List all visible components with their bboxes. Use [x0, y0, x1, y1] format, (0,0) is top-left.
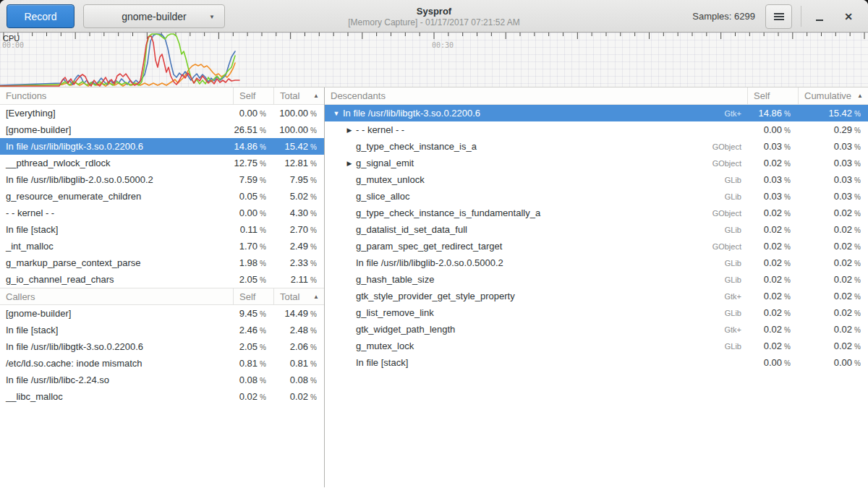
cell-self-percent: 0.02% — [747, 338, 798, 354]
symbol-label: g_io_channel_read_chars — [6, 274, 114, 285]
symbol-label: In file /usr/lib/libglib-2.0.so.0.5000.2 — [356, 257, 503, 268]
sort-ascending-icon: ▲ — [313, 93, 324, 99]
minimize-button[interactable] — [810, 7, 829, 26]
table-row[interactable]: In file /usr/lib/libglib-2.0.so.0.5000.2… — [0, 171, 324, 188]
window-title: Sysprof — [417, 6, 451, 17]
symbol-label: g_mutex_lock — [356, 341, 414, 351]
functions-table-body: [Everything]0.00%100.00%[gnome-builder]2… — [0, 105, 324, 288]
table-row[interactable]: In file /usr/lib/libgtk-3.so.0.2200.614.… — [0, 138, 324, 155]
table-row[interactable]: [gnome-builder]9.45%14.49% — [0, 305, 324, 322]
cell-self-percent: 0.03% — [747, 171, 798, 188]
table-row[interactable]: In file [stack]2.46%2.48% — [0, 322, 324, 338]
callers-table-header: Callers Self Total ▲ — [0, 288, 324, 305]
table-row[interactable]: g_markup_parse_context_parse1.98%2.33% — [0, 254, 324, 271]
descendants-table-body: ▼In file /usr/lib/libgtk-3.so.0.2200.6Gt… — [325, 105, 868, 371]
cell-symbol-name: g_slice_allocGLib — [325, 188, 747, 205]
table-row[interactable]: [gnome-builder]26.51%100.00% — [0, 121, 324, 138]
column-header-descendants[interactable]: Descendants — [325, 87, 747, 104]
table-row[interactable]: gtk_widget_path_lengthGtk+0.02%0.02% — [325, 321, 868, 338]
menu-button[interactable] — [765, 4, 792, 29]
expander-icon[interactable]: ▶ — [344, 160, 355, 167]
table-row[interactable]: g_list_remove_linkGLib0.02%0.02% — [325, 304, 868, 321]
table-row[interactable]: g_slice_allocGLib0.03%0.03% — [325, 188, 868, 205]
column-header-cumulative[interactable]: Cumulative ▲ — [798, 87, 868, 104]
table-row[interactable]: In file [stack]0.11%2.70% — [0, 221, 324, 238]
cell-total-percent: 2.70% — [273, 221, 324, 238]
table-row[interactable]: /etc/ld.so.cache: inode mismatch0.81%0.8… — [0, 355, 324, 372]
column-header-total[interactable]: Total ▲ — [273, 288, 324, 304]
cell-self-percent: 1.70% — [233, 238, 273, 254]
cpu-timeline[interactable]: CPU 00:00 00:30 — [0, 33, 868, 87]
cell-self-percent: 0.02% — [747, 288, 798, 304]
cell-symbol-name: In file [stack] — [325, 354, 747, 371]
table-row[interactable]: g_datalist_id_set_data_fullGLib0.02%0.02… — [325, 221, 868, 238]
cell-symbol-name: gtk_style_provider_get_style_propertyGtk… — [325, 288, 747, 304]
cell-self-percent: 0.02% — [747, 238, 798, 254]
table-row[interactable]: gtk_style_provider_get_style_propertyGtk… — [325, 288, 868, 304]
expander-icon[interactable]: ▼ — [331, 110, 342, 117]
close-button[interactable]: ✕ — [839, 7, 858, 26]
column-header-total[interactable]: Total ▲ — [273, 87, 324, 104]
table-row[interactable]: g_mutex_lockGLib0.02%0.02% — [325, 338, 868, 354]
process-selector-label: gnome-builder — [122, 11, 187, 22]
table-row[interactable]: g_type_check_instance_is_fundamentally_a… — [325, 205, 868, 221]
expander-icon[interactable]: ▶ — [344, 127, 355, 134]
table-row[interactable]: g_hash_table_sizeGLib0.02%0.02% — [325, 271, 868, 288]
symbol-label: g_signal_emit — [356, 158, 414, 168]
cell-symbol-name: g_datalist_id_set_data_fullGLib — [325, 221, 747, 238]
cell-self-percent: 0.05% — [233, 188, 273, 205]
column-header-functions[interactable]: Functions — [0, 87, 233, 104]
column-header-self[interactable]: Self — [747, 87, 798, 104]
cell-symbol-name: In file [stack] — [0, 322, 233, 338]
table-row[interactable]: - - kernel - -0.00%4.30% — [0, 205, 324, 221]
cell-total-percent: 0.02% — [798, 238, 868, 254]
process-selector-dropdown[interactable]: gnome-builder ▼ — [83, 4, 225, 28]
table-row[interactable]: g_param_spec_get_redirect_targetGObject0… — [325, 238, 868, 254]
symbol-label: g_type_check_instance_is_fundamentally_a — [356, 207, 540, 218]
symbol-label: __pthread_rwlock_rdlock — [6, 158, 111, 168]
library-tag: GLib — [719, 176, 747, 184]
library-tag: GObject — [707, 242, 747, 251]
header-right-controls: Samples: 6299 ✕ — [692, 0, 861, 33]
table-row[interactable]: In file /usr/lib/libgtk-3.so.0.2200.62.0… — [0, 338, 324, 355]
cell-self-percent: 1.98% — [233, 254, 273, 271]
table-row[interactable]: In file /usr/lib/libc-2.24.so0.08%0.08% — [0, 372, 324, 388]
table-row[interactable]: _int_malloc1.70%2.49% — [0, 238, 324, 254]
column-header-self[interactable]: Self — [233, 288, 273, 304]
cell-self-percent: 0.00% — [747, 354, 798, 371]
cell-total-percent: 0.03% — [798, 155, 868, 171]
cell-symbol-name: g_markup_parse_context_parse — [0, 254, 233, 271]
cell-symbol-name: /etc/ld.so.cache: inode mismatch — [0, 355, 233, 372]
table-row[interactable]: g_resource_enumerate_children0.05%5.02% — [0, 188, 324, 205]
cell-symbol-name: In file [stack] — [0, 221, 233, 238]
record-button[interactable]: Record — [7, 4, 75, 28]
column-header-self[interactable]: Self — [233, 87, 273, 104]
cell-total-percent: 0.02% — [798, 205, 868, 221]
symbol-label: In file /usr/lib/libc-2.24.so — [6, 374, 109, 385]
table-row[interactable]: g_io_channel_read_chars2.05%2.11% — [0, 271, 324, 288]
table-row[interactable]: __libc_malloc0.02%0.02% — [0, 388, 324, 405]
cell-total-percent: 4.30% — [273, 205, 324, 221]
table-row[interactable]: g_type_check_instance_is_aGObject0.03%0.… — [325, 138, 868, 155]
table-row[interactable]: __pthread_rwlock_rdlock12.75%12.81% — [0, 155, 324, 171]
cpu-series-blue — [0, 34, 235, 85]
cell-symbol-name: In file /usr/lib/libc-2.24.so — [0, 372, 233, 388]
cell-total-percent: 2.49% — [273, 238, 324, 254]
library-tag: GObject — [707, 209, 747, 218]
cell-total-percent: 0.02% — [798, 271, 868, 288]
symbol-label: _int_malloc — [6, 241, 54, 252]
window-subtitle: [Memory Capture] - 01/17/2017 07:21:52 A… — [348, 17, 519, 27]
table-row[interactable]: g_mutex_unlockGLib0.03%0.03% — [325, 171, 868, 188]
table-row[interactable]: In file /usr/lib/libglib-2.0.so.0.5000.2… — [325, 254, 868, 271]
time-tick-mid: 00:30 — [432, 41, 454, 49]
table-row[interactable]: In file [stack]0.00%0.00% — [325, 354, 868, 371]
table-row[interactable]: ▶- - kernel - -0.00%0.29% — [325, 121, 868, 138]
symbol-label: g_resource_enumerate_children — [6, 191, 141, 202]
table-row[interactable]: [Everything]0.00%100.00% — [0, 105, 324, 121]
table-row[interactable]: ▼In file /usr/lib/libgtk-3.so.0.2200.6Gt… — [325, 105, 868, 121]
cell-self-percent: 12.75% — [233, 155, 273, 171]
column-header-callers[interactable]: Callers — [0, 288, 233, 304]
table-row[interactable]: ▶g_signal_emitGObject0.02%0.03% — [325, 155, 868, 171]
cell-symbol-name: - - kernel - - — [0, 205, 233, 221]
library-tag: GLib — [719, 342, 747, 351]
